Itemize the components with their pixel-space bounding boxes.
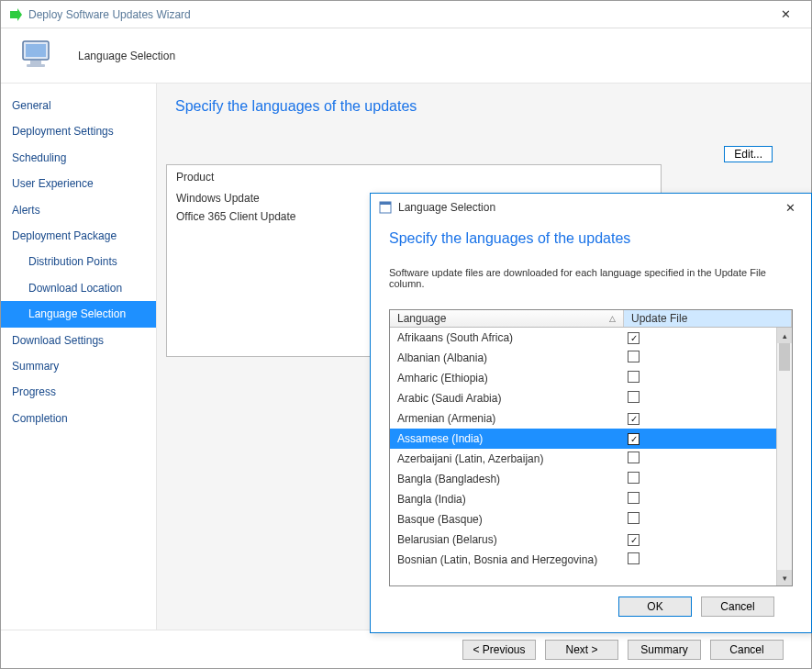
main-heading: Specify the languages of the updates <box>175 98 800 115</box>
dialog-icon <box>378 200 393 215</box>
scrollbar-track[interactable] <box>777 343 792 570</box>
update-file-cell <box>624 371 776 385</box>
update-file-checkbox[interactable] <box>628 512 640 524</box>
sidebar-item-language-selection[interactable]: Language Selection <box>1 301 156 327</box>
svg-rect-5 <box>380 202 391 205</box>
dialog-heading: Specify the languages of the updates <box>389 230 793 247</box>
sidebar-item-distribution-points[interactable]: Distribution Points <box>1 249 156 274</box>
update-file-checkbox[interactable] <box>628 492 640 504</box>
dialog-instruction: Software update files are downloaded for… <box>389 267 793 289</box>
sidebar-item-summary[interactable]: Summary <box>1 353 156 379</box>
edit-button[interactable]: Edit... <box>724 146 773 162</box>
dialog-body: Specify the languages of the updates Sof… <box>371 221 811 632</box>
scrollbar-thumb[interactable] <box>779 343 790 371</box>
language-list: Afrikaans (South Africa)Albanian (Albani… <box>390 328 776 585</box>
language-row[interactable]: Armenian (Armenia) <box>390 408 776 429</box>
dialog-titlebar: Language Selection ✕ <box>371 194 811 221</box>
language-name: Albanian (Albania) <box>390 351 624 364</box>
wizard-footer: < Previous Next > Summary Cancel <box>1 630 811 668</box>
language-table: Language △ Update File Afrikaans (South … <box>389 309 793 586</box>
dialog-title: Language Selection <box>398 201 776 214</box>
update-file-cell <box>624 492 776 507</box>
update-file-checkbox[interactable] <box>628 413 640 425</box>
column-header-language[interactable]: Language △ <box>390 310 624 327</box>
sidebar-item-deployment-package[interactable]: Deployment Package <box>1 223 156 249</box>
cancel-button[interactable]: Cancel <box>710 640 784 660</box>
language-name: Bangla (Bangladesh) <box>390 473 624 485</box>
sidebar-item-user-experience[interactable]: User Experience <box>1 171 156 196</box>
svg-rect-2 <box>30 61 41 64</box>
language-row[interactable]: Bangla (India) <box>390 489 776 509</box>
computer-icon <box>16 34 60 78</box>
update-file-cell <box>624 552 776 567</box>
column-label-language: Language <box>397 312 446 325</box>
language-row[interactable]: Azerbaijani (Latin, Azerbaijan) <box>390 449 776 469</box>
update-file-cell <box>624 412 776 425</box>
update-file-cell <box>624 452 776 466</box>
sort-ascending-icon: △ <box>609 314 616 323</box>
summary-button[interactable]: Summary <box>628 640 701 660</box>
sidebar-item-progress[interactable]: Progress <box>1 379 156 405</box>
scroll-up-icon[interactable]: ▴ <box>777 328 792 343</box>
language-row[interactable]: Belarusian (Belarus) <box>390 530 776 550</box>
update-file-cell <box>624 533 776 546</box>
close-icon[interactable]: ✕ <box>767 2 804 28</box>
update-file-cell <box>624 472 776 486</box>
language-row[interactable]: Albanian (Albania) <box>390 348 776 368</box>
update-file-cell <box>624 351 776 365</box>
update-file-checkbox[interactable] <box>628 351 640 362</box>
language-row[interactable]: Bangla (Bangladesh) <box>390 469 776 489</box>
update-file-checkbox[interactable] <box>628 332 640 344</box>
sidebar-item-general[interactable]: General <box>1 93 156 118</box>
header-band: Language Selection <box>1 28 811 84</box>
ok-button[interactable]: OK <box>618 597 692 617</box>
language-name: Belarusian (Belarus) <box>390 533 624 546</box>
product-column-header[interactable]: Product <box>167 165 661 189</box>
window-title: Deploy Software Updates Wizard <box>28 8 767 21</box>
language-table-header: Language △ Update File <box>390 310 792 328</box>
language-row[interactable]: Basque (Basque) <box>390 509 776 530</box>
titlebar: Deploy Software Updates Wizard ✕ <box>1 1 811 28</box>
language-row[interactable]: Assamese (India) <box>390 429 776 449</box>
language-name: Amharic (Ethiopia) <box>390 372 624 385</box>
sidebar-item-download-location[interactable]: Download Location <box>1 275 156 301</box>
sidebar-item-deployment-settings[interactable]: Deployment Settings <box>1 118 156 144</box>
sidebar-item-completion[interactable]: Completion <box>1 406 156 431</box>
update-file-cell <box>624 391 776 406</box>
update-file-cell <box>624 512 776 527</box>
language-name: Bosnian (Latin, Bosnia and Herzegovina) <box>390 553 624 566</box>
next-button[interactable]: Next > <box>545 640 618 660</box>
update-file-checkbox[interactable] <box>628 391 640 403</box>
update-file-checkbox[interactable] <box>628 433 640 445</box>
language-name: Bangla (India) <box>390 493 624 506</box>
dialog-cancel-button[interactable]: Cancel <box>701 597 774 617</box>
language-name: Arabic (Saudi Arabia) <box>390 392 624 405</box>
svg-rect-3 <box>27 64 45 67</box>
language-name: Azerbaijani (Latin, Azerbaijan) <box>390 452 624 465</box>
update-file-checkbox[interactable] <box>628 552 640 564</box>
language-row[interactable]: Bosnian (Latin, Bosnia and Herzegovina) <box>390 550 776 570</box>
language-row[interactable]: Afrikaans (South Africa) <box>390 328 776 348</box>
sidebar-item-scheduling[interactable]: Scheduling <box>1 145 156 171</box>
sidebar-item-alerts[interactable]: Alerts <box>1 197 156 223</box>
sidebar-item-download-settings[interactable]: Download Settings <box>1 328 156 353</box>
dialog-footer: OK Cancel <box>389 586 793 627</box>
language-row[interactable]: Arabic (Saudi Arabia) <box>390 388 776 408</box>
previous-button[interactable]: < Previous <box>462 640 536 660</box>
column-label-update-file: Update File <box>631 312 687 325</box>
close-icon[interactable]: ✕ <box>776 195 804 220</box>
vertical-scrollbar[interactable]: ▴ ▾ <box>776 328 792 585</box>
update-file-checkbox[interactable] <box>628 452 640 463</box>
update-file-checkbox[interactable] <box>628 472 640 484</box>
wizard-sidebar: GeneralDeployment SettingsSchedulingUser… <box>1 84 157 630</box>
language-name: Afrikaans (South Africa) <box>390 331 624 344</box>
language-name: Basque (Basque) <box>390 513 624 526</box>
language-name: Assamese (India) <box>390 432 624 445</box>
scroll-down-icon[interactable]: ▾ <box>777 570 792 585</box>
language-row[interactable]: Amharic (Ethiopia) <box>390 368 776 388</box>
update-file-checkbox[interactable] <box>628 371 640 383</box>
deploy-icon <box>8 7 23 22</box>
language-name: Armenian (Armenia) <box>390 412 624 425</box>
update-file-checkbox[interactable] <box>628 534 640 546</box>
column-header-update-file[interactable]: Update File <box>624 310 792 327</box>
